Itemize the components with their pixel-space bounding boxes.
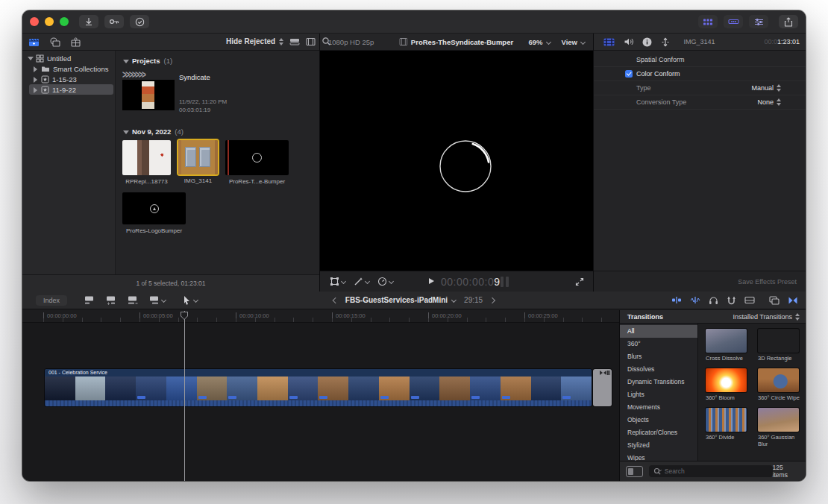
transition-item[interactable]: 360° Bloom (706, 368, 752, 401)
browser-toggle-button[interactable] (698, 15, 718, 28)
timeline-toolbar: Index FBS-GuestServices-iPadMini 29:15 (22, 292, 806, 309)
media-stack-icon[interactable] (49, 37, 60, 48)
color-conform-checkbox[interactable] (625, 70, 633, 78)
transitions-category-stylized[interactable]: Stylized (620, 439, 697, 452)
audio-skimming-toggle-icon[interactable] (690, 296, 700, 304)
browser-clip[interactable]: ProRes-T...e-Bumper (225, 140, 289, 185)
audio-meters[interactable] (501, 277, 509, 287)
disclosure-icon[interactable] (32, 66, 38, 72)
keyword-tag-icon[interactable] (70, 37, 81, 48)
disclosure-icon[interactable] (32, 86, 38, 92)
info-inspector-tab[interactable] (642, 37, 652, 47)
type-dropdown[interactable]: Manual (751, 84, 781, 92)
conversion-type-dropdown[interactable]: None (757, 98, 781, 106)
transition-item[interactable]: 360° Circle Wipe (758, 368, 804, 401)
disclosure-icon[interactable] (122, 129, 128, 135)
insert-edit-icon[interactable] (105, 295, 116, 305)
transitions-category-list: All360°BlursDissolvesDynamic Transitions… (620, 324, 698, 461)
timeline-transition-block[interactable] (593, 369, 612, 406)
index-button[interactable]: Index (36, 295, 67, 306)
timeline-toggle-button[interactable] (724, 15, 743, 28)
sidebar-item-smart-collections[interactable]: Smart Collections (29, 63, 113, 74)
play-button[interactable] (429, 277, 434, 286)
append-edit-icon[interactable] (127, 295, 138, 305)
clip-thumbnail[interactable] (122, 192, 186, 224)
search-input[interactable] (665, 467, 754, 475)
transform-menu[interactable] (330, 277, 346, 286)
event-section-header[interactable]: Nov 9, 2022 (4) (122, 127, 319, 136)
timeline-ruler[interactable]: 00:00:00:0000:00:05:0000:00:10:0000:00:1… (22, 310, 619, 323)
disclosure-icon[interactable] (122, 58, 128, 64)
retime-menu[interactable] (377, 277, 394, 286)
transitions-browser-icon[interactable] (788, 296, 798, 305)
sidebar-item-11-9-22[interactable]: 11-9-22 (29, 84, 113, 95)
clip-thumbnail[interactable] (225, 140, 289, 175)
transitions-category-objects[interactable]: Objects (620, 414, 697, 426)
clip-appearance-icon[interactable] (289, 37, 300, 46)
timeline-project-dropdown[interactable]: FBS-GuestServices-iPadMini (345, 296, 457, 304)
panel-sidebar-toggle[interactable] (626, 466, 643, 477)
transitions-category-movements[interactable]: Movements (620, 401, 697, 414)
transition-item[interactable]: 360° Gaussian Blur (758, 408, 804, 447)
color-conform-row[interactable]: Color Conform (593, 67, 806, 81)
disclosure-icon[interactable] (32, 76, 38, 82)
project-thumbnail[interactable] (122, 80, 175, 110)
transition-item[interactable]: 3D Rectangle (758, 329, 804, 362)
installed-transitions-dropdown[interactable]: Installed Transitions (733, 313, 800, 321)
clip-thumbnail[interactable] (178, 140, 218, 174)
browser-clip[interactable]: RPRepl...18773 (122, 140, 171, 185)
save-effects-preset-button[interactable]: Save Effects Preset (738, 278, 797, 286)
zoom-button[interactable] (60, 17, 69, 26)
next-project-button[interactable] (490, 297, 496, 303)
inspector-toggle-button[interactable] (749, 15, 768, 28)
transitions-category-all[interactable]: All (620, 325, 697, 338)
spatial-conform-row[interactable]: Spatial Conform (593, 53, 806, 67)
clip-appearance-toggle-icon[interactable] (744, 296, 755, 304)
project-item[interactable]: >>>>>>> Syndicate 11/9/22, 11:20 PM 00:0… (122, 68, 319, 122)
keyword-editor-button[interactable] (104, 15, 124, 28)
transition-item[interactable]: 360° Divide (706, 408, 752, 447)
transitions-category-360-[interactable]: 360° (620, 338, 697, 350)
transitions-category-replicator-clones[interactable]: Replicator/Clones (620, 426, 697, 439)
clip-filter-dropdown[interactable]: Hide Rejected (226, 37, 283, 45)
sidebar-item-untitled[interactable]: Untitled (24, 53, 113, 63)
enhance-menu[interactable] (354, 277, 370, 286)
video-inspector-tab[interactable] (603, 38, 615, 46)
close-button[interactable] (30, 17, 39, 26)
clapperboard-icon[interactable] (28, 37, 40, 48)
solo-toggle-icon[interactable] (709, 296, 718, 305)
skimming-toggle-icon[interactable] (671, 296, 682, 304)
previous-project-button[interactable] (332, 297, 338, 303)
browser-clip[interactable]: ProRes-LogoBumper (122, 192, 186, 234)
filmstrip-view-icon[interactable] (306, 37, 316, 46)
snapping-toggle-icon[interactable] (727, 296, 736, 305)
disclosure-icon[interactable] (27, 55, 33, 61)
transitions-category-blurs[interactable]: Blurs (620, 350, 697, 363)
effects-browser-icon[interactable] (769, 296, 780, 305)
viewer-canvas[interactable] (319, 51, 593, 271)
share-inspector-tab[interactable] (661, 37, 670, 47)
fullscreen-icon[interactable] (575, 277, 584, 286)
import-media-button[interactable] (79, 15, 98, 28)
transition-item[interactable]: Cross Dissolve (706, 329, 752, 362)
projects-section-header[interactable]: Projects (1) (122, 57, 319, 65)
transitions-category-dynamic-transitions[interactable]: Dynamic Transitions (620, 376, 697, 388)
transitions-category-lights[interactable]: Lights (620, 388, 697, 401)
browser-clip[interactable]: IMG_3141 (178, 140, 218, 185)
playhead-line[interactable] (184, 311, 185, 481)
overwrite-edit-menu[interactable] (148, 295, 166, 305)
view-dropdown[interactable]: View (562, 38, 586, 46)
tool-menu[interactable] (183, 295, 198, 305)
zoom-dropdown[interactable]: 69% (529, 38, 551, 46)
search-icon[interactable] (322, 37, 331, 46)
transitions-search[interactable] (649, 465, 773, 477)
connect-edit-icon[interactable] (84, 295, 95, 305)
sidebar-item-1-15-23[interactable]: 1-15-23 (29, 74, 113, 84)
share-button[interactable] (779, 15, 798, 28)
audio-inspector-tab[interactable] (624, 37, 633, 46)
background-tasks-button[interactable] (130, 15, 149, 28)
clip-thumbnail[interactable] (122, 140, 171, 175)
timeline-clip[interactable]: 001 - Celebration Service (45, 369, 592, 406)
minimize-button[interactable] (45, 17, 54, 26)
transitions-category-dissolves[interactable]: Dissolves (620, 363, 697, 376)
